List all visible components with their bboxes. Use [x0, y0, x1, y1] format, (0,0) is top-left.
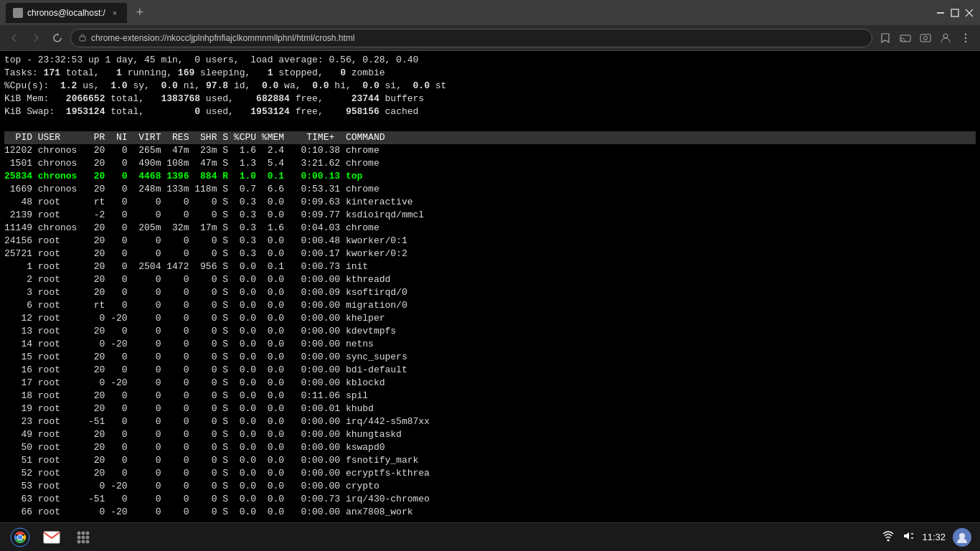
svg-point-29	[959, 533, 965, 539]
network-icon[interactable]	[882, 529, 895, 545]
user-avatar[interactable]	[953, 528, 971, 547]
svg-point-7	[924, 36, 928, 39]
back-button[interactable]	[6, 29, 23, 47]
proc-23: 23 root -51 0 0 0 0 S 0.0 0.0 0:00.00 ir…	[4, 415, 976, 428]
proc-63: 63 root -51 0 0 0 0 S 0.0 0.0 0:00.73 ir…	[4, 493, 976, 506]
proc-6: 6 root rt 0 0 0 0 S 0.0 0.0 0:00.00 migr…	[4, 299, 976, 312]
titlebar: chronos@localhost:/ × +	[0, 0, 980, 25]
profile-button[interactable]	[937, 29, 954, 47]
window-controls	[936, 8, 974, 18]
chrome-shelf: 11:32	[0, 522, 980, 551]
svg-point-15	[18, 535, 22, 540]
tab-close-button[interactable]: ×	[110, 8, 120, 18]
screenshot-button[interactable]	[917, 29, 934, 47]
proc-1: 1 root 20 0 2504 1472 956 S 0.0 0.1 0:00…	[4, 260, 976, 273]
proc-17: 17 root 0 -20 0 0 0 S 0.0 0.0 0:00.00 kb…	[4, 377, 976, 390]
proc-15: 15 root 20 0 0 0 0 S 0.0 0.0 0:00.00 syn…	[4, 351, 976, 364]
proc-24156: 24156 root 20 0 0 0 0 S 0.3 0.0 0:00.48 …	[4, 235, 976, 248]
svg-point-26	[887, 539, 890, 541]
svg-rect-0	[937, 12, 944, 14]
proc-19: 19 root 20 0 0 0 0 S 0.0 0.0 0:00.01 khu…	[4, 402, 976, 415]
svg-point-19	[86, 531, 90, 534]
proc-25834: 25834 chronos 20 0 4468 1396 884 R 1.0 0…	[4, 170, 976, 183]
navigation-bar: chrome-extension://nkoccljplnhpfnfiajclk…	[0, 25, 980, 51]
forward-button[interactable]	[27, 29, 44, 47]
maximize-button[interactable]	[950, 8, 960, 18]
bookmark-button[interactable]	[877, 29, 894, 47]
proc-51: 51 root 20 0 0 0 0 S 0.0 0.0 0:00.00 fsn…	[4, 454, 976, 467]
new-tab-button[interactable]: +	[130, 3, 150, 23]
svg-point-22	[86, 535, 90, 539]
address-bar[interactable]: chrome-extension://nkoccljplnhpfnfiajclk…	[70, 29, 872, 47]
gmail-icon[interactable]	[40, 526, 63, 549]
tab-label: chronos@localhost:/	[27, 8, 105, 18]
svg-point-10	[965, 37, 966, 38]
svg-rect-1	[951, 9, 958, 17]
cast-button[interactable]	[897, 29, 914, 47]
process-header: PID USER PR NI VIRT RES SHR S %CPU %MEM …	[4, 131, 976, 144]
proc-13: 13 root 20 0 0 0 0 S 0.0 0.0 0:00.00 kde…	[4, 325, 976, 338]
volume-icon[interactable]	[902, 529, 915, 545]
tasks-line: Tasks: 171 total, 1 running, 169 sleepin…	[4, 67, 976, 80]
svg-point-21	[82, 535, 85, 539]
proc-2: 2 root 20 0 0 0 0 S 0.0 0.0 0:00.00 kthr…	[4, 273, 976, 286]
svg-point-23	[77, 540, 81, 543]
proc-16: 16 root 20 0 0 0 0 S 0.0 0.0 0:00.00 bdi…	[4, 364, 976, 377]
mem-line: KiB Mem: 2066652 total, 1383768 used, 68…	[4, 93, 976, 105]
svg-rect-4	[80, 37, 85, 41]
proc-3: 3 root 20 0 0 0 0 S 0.0 0.0 0:00.09 ksof…	[4, 286, 976, 299]
proc-2139: 2139 root -2 0 0 0 0 S 0.3 0.0 0:09.77 k…	[4, 209, 976, 222]
chrome-icon[interactable]	[9, 526, 32, 549]
proc-50: 50 root 20 0 0 0 0 S 0.0 0.0 0:00.00 ksw…	[4, 441, 976, 454]
menu-button[interactable]	[957, 29, 974, 47]
proc-25721: 25721 root 20 0 0 0 0 S 0.3 0.0 0:00.17 …	[4, 248, 976, 260]
clock-display: 11:32	[922, 532, 946, 542]
proc-53: 53 root 0 -20 0 0 0 S 0.0 0.0 0:00.00 cr…	[4, 480, 976, 493]
proc-1669: 1669 chronos 20 0 248m 133m 118m S 0.7 6…	[4, 183, 976, 196]
tab-favicon	[13, 8, 23, 18]
proc-18: 18 root 20 0 0 0 0 S 0.0 0.0 0:11.06 spi…	[4, 390, 976, 402]
shelf-right-area: 11:32	[882, 528, 971, 547]
proc-12202: 12202 chronos 20 0 265m 47m 23m S 1.6 2.…	[4, 144, 976, 157]
svg-point-24	[82, 540, 85, 543]
terminal-output: top - 23:32:53 up 1 day, 45 min, 0 users…	[0, 51, 980, 522]
minimize-button[interactable]	[936, 8, 946, 18]
svg-point-9	[965, 33, 966, 34]
svg-point-20	[77, 535, 81, 539]
cpu-line: %Cpu(s): 1.2 us, 1.0 sy, 0.0 ni, 97.8 id…	[4, 80, 976, 93]
tab-area: chronos@localhost:/ × +	[6, 3, 930, 23]
svg-point-25	[86, 540, 90, 543]
top-header-line: top - 23:32:53 up 1 day, 45 min, 0 users…	[4, 54, 976, 67]
proc-12: 12 root 0 -20 0 0 0 S 0.0 0.0 0:00.00 kh…	[4, 312, 976, 325]
proc-11149: 11149 chronos 20 0 205m 32m 17m S 0.3 1.…	[4, 222, 976, 235]
proc-52: 52 root 20 0 0 0 0 S 0.0 0.0 0:00.00 ecr…	[4, 467, 976, 480]
proc-66: 66 root 0 -20 0 0 0 S 0.0 0.0 0:00.00 an…	[4, 506, 976, 519]
svg-point-8	[943, 34, 948, 38]
proc-49: 49 root 20 0 0 0 0 S 0.0 0.0 0:00.00 khu…	[4, 428, 976, 441]
proc-14: 14 root 0 -20 0 0 0 S 0.0 0.0 0:00.00 ne…	[4, 338, 976, 351]
shelf-left-icons	[9, 526, 95, 549]
proc-48: 48 root rt 0 0 0 0 S 0.3 0.0 0:09.63 kin…	[4, 196, 976, 209]
svg-rect-6	[920, 34, 930, 42]
address-text: chrome-extension://nkoccljplnhpfnfiajclk…	[91, 33, 864, 43]
lock-icon	[78, 33, 87, 43]
blank-line	[4, 118, 976, 131]
close-button[interactable]	[964, 8, 974, 18]
proc-1501: 1501 chronos 20 0 490m 108m 47m S 1.3 5.…	[4, 157, 976, 170]
reload-button[interactable]	[49, 29, 66, 47]
svg-point-17	[77, 531, 81, 534]
app-launcher-icon[interactable]	[72, 526, 95, 549]
swap-line: KiB Swap: 1953124 total, 0 used, 1953124…	[4, 105, 976, 118]
active-tab[interactable]: chronos@localhost:/ ×	[6, 3, 127, 23]
nav-actions	[877, 29, 974, 47]
svg-point-11	[965, 40, 966, 42]
svg-point-18	[82, 531, 85, 534]
